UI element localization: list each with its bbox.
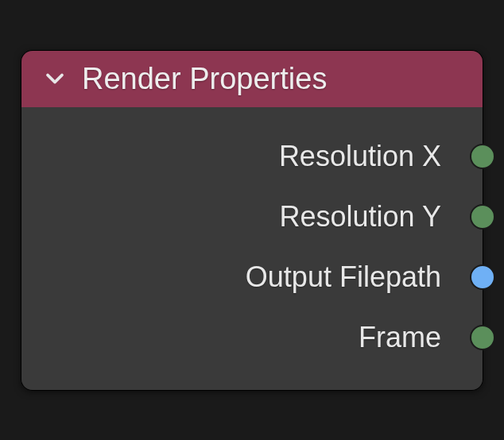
node-render-properties[interactable]: Render Properties Resolution X Resolutio…	[21, 50, 483, 391]
socket-dot-icon[interactable]	[470, 144, 495, 169]
node-header[interactable]: Render Properties	[21, 51, 483, 107]
socket-label: Frame	[359, 321, 441, 354]
node-body: Resolution X Resolution Y Output Filepat…	[21, 107, 483, 390]
node-title: Render Properties	[82, 62, 327, 96]
output-socket-row: Output Filepath	[21, 247, 483, 307]
chevron-down-icon[interactable]	[41, 64, 69, 93]
output-socket-row: Resolution X	[21, 126, 483, 187]
socket-dot-icon[interactable]	[470, 204, 495, 230]
socket-dot-icon[interactable]	[470, 264, 495, 290]
socket-label: Resolution X	[279, 140, 441, 173]
output-socket-row: Frame	[21, 307, 483, 368]
socket-label: Output Filepath	[246, 261, 441, 294]
socket-label: Resolution Y	[280, 200, 441, 234]
output-socket-row: Resolution Y	[21, 187, 483, 247]
socket-dot-icon[interactable]	[470, 325, 495, 350]
